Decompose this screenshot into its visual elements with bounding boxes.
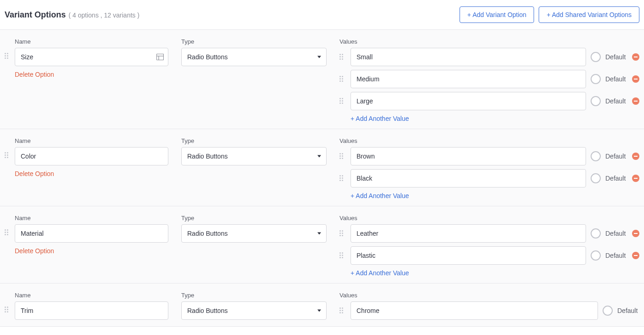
value-row: Default	[339, 70, 639, 88]
value-drag-handle-icon[interactable]	[339, 307, 346, 314]
value-input[interactable]	[351, 92, 586, 110]
default-radio[interactable]	[591, 52, 601, 62]
option-type-select[interactable]	[181, 224, 327, 243]
default-radio[interactable]	[603, 306, 613, 316]
option-type-select[interactable]	[181, 48, 327, 66]
column-type: Type	[181, 137, 327, 165]
value-input[interactable]	[351, 246, 586, 265]
option-drag-handle-icon[interactable]	[5, 229, 11, 236]
type-label: Type	[181, 292, 327, 299]
value-row: Default	[339, 246, 639, 265]
value-drag-handle-icon[interactable]	[339, 230, 346, 237]
delete-option-link[interactable]: Delete Option	[15, 247, 168, 255]
column-type: Type	[181, 215, 327, 243]
default-label: Default	[605, 75, 627, 83]
name-input-wrap	[15, 224, 168, 243]
values-list: Default	[339, 301, 639, 320]
column-type: Type	[181, 292, 327, 320]
remove-value-icon[interactable]	[632, 97, 639, 105]
option-drag-handle-icon[interactable]	[5, 152, 11, 159]
name-label: Name	[15, 38, 168, 45]
value-input[interactable]	[351, 70, 586, 88]
default-label: Default	[605, 97, 627, 105]
values-label: Values	[339, 292, 639, 299]
value-drag-handle-icon[interactable]	[339, 54, 346, 60]
remove-value-icon[interactable]	[632, 252, 639, 259]
default-radio[interactable]	[591, 151, 601, 161]
value-input[interactable]	[351, 224, 586, 243]
name-field-group: NameDelete Option	[15, 38, 168, 78]
value-drag-handle-icon[interactable]	[339, 252, 346, 259]
option-drag-handle-icon[interactable]	[5, 307, 11, 313]
add-value-link[interactable]: + Add Another Value	[351, 192, 639, 199]
page-subtitle: ( 4 options , 12 variants )	[69, 11, 139, 19]
list-detail-icon	[156, 54, 164, 60]
header-actions: + Add Variant Option + Add Shared Varian…	[460, 6, 639, 23]
option-type-select[interactable]	[181, 147, 327, 165]
column-values: ValuesDefaultDefaultDefault+ Add Another…	[339, 38, 639, 122]
column-values: ValuesDefaultDefault+ Add Another Value	[339, 215, 639, 277]
remove-value-icon[interactable]	[632, 175, 639, 182]
values-label: Values	[339, 137, 639, 144]
page-header: Variant Options ( 4 options , 12 variant…	[0, 0, 644, 30]
values-list: DefaultDefaultDefault	[339, 48, 639, 110]
add-value-link[interactable]: + Add Another Value	[351, 269, 639, 277]
option-name-input[interactable]	[15, 48, 168, 66]
value-row: Default	[339, 301, 639, 320]
remove-value-icon[interactable]	[632, 230, 639, 237]
remove-value-icon[interactable]	[632, 53, 639, 61]
type-select-wrap	[181, 301, 327, 320]
option-name-input[interactable]	[15, 301, 168, 320]
column-type: Type	[181, 38, 327, 66]
option-block: NameDelete OptionTypeValuesDefaultDefaul…	[0, 206, 644, 284]
value-drag-handle-icon[interactable]	[339, 76, 346, 82]
value-row: Default	[339, 224, 639, 243]
option-name-input[interactable]	[15, 147, 168, 165]
option-type-select[interactable]	[181, 301, 327, 320]
option-name-input[interactable]	[15, 224, 168, 243]
value-input[interactable]	[351, 169, 586, 187]
default-radio[interactable]	[591, 250, 601, 261]
name-input-wrap	[15, 48, 168, 66]
option-block: NameDelete OptionTypeValuesDefaultDefaul…	[0, 30, 644, 129]
remove-value-icon[interactable]	[632, 75, 639, 83]
default-label: Default	[605, 230, 627, 237]
column-name: NameDelete Option	[5, 215, 168, 255]
default-radio[interactable]	[591, 96, 601, 106]
type-select-wrap	[181, 224, 327, 243]
type-select-wrap	[181, 48, 327, 66]
option-block: NameTypeValuesDefault	[0, 284, 644, 326]
default-label: Default	[605, 53, 627, 61]
values-list: DefaultDefault	[339, 147, 639, 187]
value-input[interactable]	[351, 301, 598, 320]
add-value-link[interactable]: + Add Another Value	[351, 115, 639, 122]
delete-option-link[interactable]: Delete Option	[15, 170, 168, 177]
page-title: Variant Options	[5, 10, 66, 20]
value-drag-handle-icon[interactable]	[339, 98, 346, 104]
add-variant-option-button[interactable]: + Add Variant Option	[460, 6, 535, 23]
option-columns: NameDelete OptionTypeValuesDefaultDefaul…	[5, 137, 639, 199]
default-label: Default	[605, 252, 627, 259]
name-input-wrap	[15, 301, 168, 320]
value-drag-handle-icon[interactable]	[339, 175, 346, 182]
values-list: DefaultDefault	[339, 224, 639, 265]
remove-value-icon[interactable]	[632, 153, 639, 160]
add-shared-variant-options-button[interactable]: + Add Shared Variant Options	[539, 6, 639, 23]
value-input[interactable]	[351, 48, 586, 66]
column-values: ValuesDefault	[339, 292, 639, 320]
option-drag-handle-icon[interactable]	[5, 53, 11, 59]
delete-option-link[interactable]: Delete Option	[15, 71, 168, 78]
name-label: Name	[15, 292, 168, 299]
value-row: Default	[339, 92, 639, 110]
header-title-group: Variant Options ( 4 options , 12 variant…	[5, 10, 139, 20]
default-radio[interactable]	[591, 173, 601, 183]
name-label: Name	[15, 215, 168, 221]
default-label: Default	[605, 153, 627, 160]
default-radio[interactable]	[591, 228, 601, 238]
value-input[interactable]	[351, 147, 586, 165]
type-label: Type	[181, 215, 327, 221]
column-values: ValuesDefaultDefault+ Add Another Value	[339, 137, 639, 199]
option-columns: NameDelete OptionTypeValuesDefaultDefaul…	[5, 215, 639, 277]
value-drag-handle-icon[interactable]	[339, 153, 346, 159]
default-radio[interactable]	[591, 74, 601, 84]
